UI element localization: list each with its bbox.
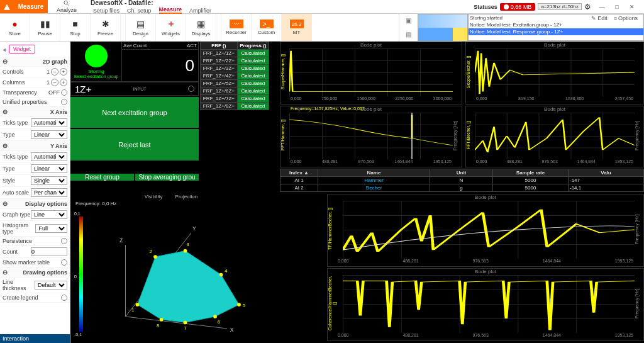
toggle[interactable] [61,238,67,244]
subtab-setup-files[interactable]: Setup files [93,8,119,14]
value: 1 [47,79,50,86]
frf-row[interactable]: FRF_1Z+/4Z+Calculated [201,72,269,80]
mode-analyze[interactable]: Analyze [48,0,86,13]
statuses-label[interactable]: Statuses [474,4,497,10]
row-label: Show marker table [3,259,50,266]
ribbon-widgets[interactable]: ＋Widgets [156,14,186,41]
table-row[interactable]: AI 2Becherg5000-14,1 [280,184,644,192]
tab-visibility[interactable]: Visibility [145,194,163,200]
mt-icon: 26.3 [290,20,304,28]
ribbon-freeze[interactable]: ✱Freeze [91,14,121,41]
plot-fft-hammer[interactable]: Bode plot Frequency=1457,825Hz; Value=0,… [280,106,462,167]
select-graph type[interactable]: Line [31,210,67,219]
select-auto scale[interactable]: Per channel [31,188,67,197]
select-style[interactable]: Single [31,176,67,185]
collapse-icon[interactable]: ⊖ [3,200,8,207]
collapse-icon[interactable]: ⊖ [3,58,8,65]
collapse-icon[interactable]: ⊖ [3,108,8,115]
frf-row[interactable]: FRF_1Z+/7Z+Calculated [201,95,269,103]
sidebar-group-header[interactable]: ⊖Drawing options [0,267,70,278]
tab-projection[interactable]: Projection [175,194,198,200]
sidebar-group-header[interactable]: ⊖X Axis [0,107,70,117]
sidebar-interaction[interactable]: Interaction [0,334,70,343]
gear-icon[interactable]: ⚙ [584,3,591,11]
select-type[interactable]: Linear [31,130,67,139]
ch-head-unit[interactable]: Unit [430,169,493,177]
sidebar-group-header[interactable]: ⊖Y Axis [0,141,70,151]
select-histogram type[interactable]: Full [35,224,67,233]
plot-ylabel: Scope/Becher, [] [466,48,475,95]
ribbon-custom[interactable]: >_Custom [252,14,282,41]
toggle[interactable] [61,259,67,266]
ribbon-design[interactable]: ▤Design [126,14,156,41]
sidebar-group-header[interactable]: ⊖Display options [0,199,70,209]
next-excitation-button[interactable]: Next excitation group [70,97,199,128]
frf-row[interactable]: FRF_1Z+/1Z+Calculated [201,50,269,57]
minus-button[interactable]: − [51,68,58,76]
edit-options-row: ✎ Edit ≡ Options [587,14,641,23]
select-ticks type[interactable]: Automatic [31,118,67,127]
frf-row[interactable]: FRF_1Z+/5Z+Calculated [201,80,269,87]
reject-last-button[interactable]: Reject last [70,129,199,160]
select-line thickness[interactable]: Default [35,281,67,290]
plot-tf[interactable]: Bode plot TF/HammerBecher, [] Frequency … [327,194,644,267]
plot-scope-becher[interactable]: Bode plot Scope/Becher, [] 0,000819,1501… [465,42,644,104]
subtab-measure[interactable]: Measure [159,6,182,14]
sidebar-group-header[interactable]: ⊖2D graph [0,57,70,67]
frf-row[interactable]: FRF_1Z+/3Z+Calculated [201,65,269,72]
subtab-amplifier[interactable]: Amplifier [189,8,211,14]
select-ticks type[interactable]: Automatic [31,152,67,161]
frf-row[interactable]: FRF_1Z+/2Z+Calculated [201,57,269,65]
ch-head-rate[interactable]: Sample rate [493,169,569,177]
ribbon-displays[interactable]: ▦Displays [186,14,216,41]
window-minimize-icon[interactable]: — [595,4,609,10]
frf-name: FRF_1Z+/7Z+ [201,95,238,103]
side-icon-1[interactable]: ▣ [406,17,411,24]
table-row[interactable]: AI 1HammerN5000-147 [280,177,644,184]
back-icon[interactable]: ◂ [3,46,6,53]
stop-averaging-button[interactable]: Stop averaging grou [135,174,199,181]
displays-icon: ▦ [196,18,207,30]
ribbon-mt[interactable]: 26.3MT [282,14,312,41]
reset-group-button[interactable]: Reset group [70,174,134,181]
plot-scope-hammer[interactable]: Bode plot Scope/Hammer, [] 0,000750,0001… [280,42,462,104]
toggle[interactable] [61,295,67,301]
window-close-icon[interactable]: ✕ [625,4,639,10]
plot-fft-becher[interactable]: Bode plot FFT/Becher, [] Frequency [Hz] … [465,106,644,167]
ch-head-value[interactable]: Valu [569,169,644,177]
ribbon-recorder[interactable]: 〰Recorder [221,14,252,41]
side-icon-2[interactable]: ▤ [406,31,411,38]
ribbon-stop[interactable]: ■Stop [60,14,91,41]
sidebar-row: Unified properties [0,98,70,107]
collapse-icon[interactable]: ⊖ [3,142,8,149]
window-maximize-icon[interactable]: □ [610,4,624,10]
sidebar-row: Auto scalePer channel [0,187,70,199]
edit-button[interactable]: ✎ Edit [591,15,608,21]
frf-row[interactable]: FRF_1Z+/6Z+Calculated [201,87,269,95]
frf-status: Calculated [237,57,269,65]
frf-row[interactable]: FRF_1Z+/8Z+Calculated [201,103,269,110]
frf-head-prog[interactable]: Progress () [237,42,269,50]
mode-measure[interactable]: Measure [14,0,48,13]
options-button[interactable]: ≡ Options [614,15,638,21]
ch-head-index[interactable]: Index ▲ [280,169,318,177]
geometry-viewer[interactable]: VisibilityProjection Frequency: 0,0 Hz 0… [70,193,272,343]
select-type[interactable]: Linear [31,164,67,173]
ribbon-pause[interactable]: ▮▮Pause [30,14,60,41]
collapse-icon[interactable]: ⊖ [3,269,8,276]
ch-head-name[interactable]: Name [318,169,430,177]
plus-button[interactable]: + [60,79,67,86]
toggle[interactable] [61,99,67,105]
row-label: Type [3,132,15,138]
toggle[interactable] [61,89,67,96]
input-count[interactable] [31,247,67,256]
channel-table[interactable]: Index ▲ Name Unit Sample rate Valu AI 1H… [280,169,644,193]
widget-pill[interactable]: Widget [9,45,35,53]
minus-button[interactable]: − [51,79,58,86]
ribbon-store[interactable]: ●Store [0,14,30,41]
subtab-ch-setup[interactable]: Ch. setup [127,8,152,14]
memory-badge[interactable]: 0,66 MB [500,3,536,11]
plot-coherence[interactable]: Bode plot Coherence/HammerBecher, [] Fre… [327,268,644,341]
frf-head-name[interactable]: FRF () [201,42,238,50]
plus-button[interactable]: + [60,68,67,76]
